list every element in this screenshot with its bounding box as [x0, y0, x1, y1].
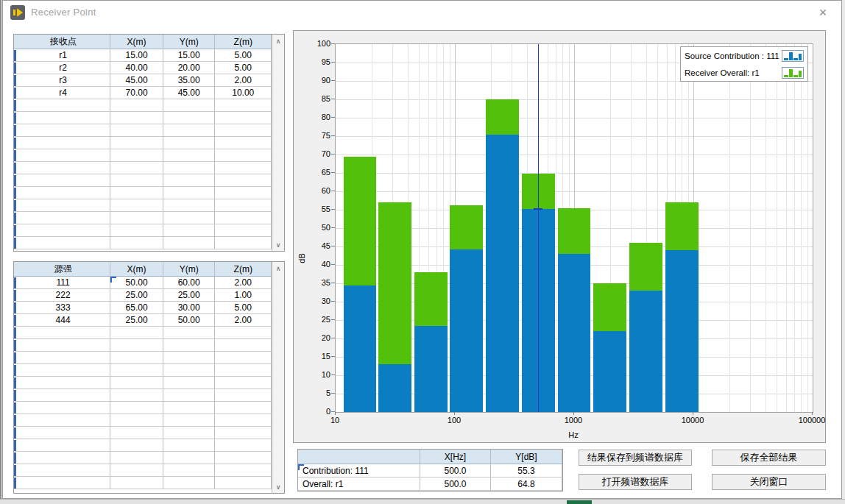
table-cell[interactable]: Overall: r1 — [298, 478, 420, 490]
table-cell[interactable] — [163, 377, 216, 388]
save-all-results-button[interactable]: 保存全部结果 — [712, 450, 826, 466]
table-cell[interactable] — [163, 464, 216, 476]
table-cell[interactable]: 64.8 — [491, 478, 562, 490]
table-cell[interactable] — [215, 389, 272, 401]
table-cell[interactable] — [110, 174, 163, 186]
table-cell[interactable] — [110, 199, 163, 211]
table-cell[interactable] — [215, 477, 272, 489]
table-cell[interactable] — [110, 414, 163, 426]
table-cell[interactable] — [215, 414, 272, 426]
table-cell[interactable] — [16, 427, 110, 439]
table-cell[interactable] — [163, 237, 216, 249]
table-cell[interactable] — [163, 427, 216, 439]
table-cell[interactable] — [215, 427, 272, 439]
table-cell[interactable] — [215, 364, 272, 376]
table-cell[interactable]: 30.00 — [163, 302, 216, 313]
table-cell[interactable]: 333 — [16, 302, 110, 313]
table-cell[interactable] — [16, 352, 110, 363]
table-cell[interactable] — [215, 112, 272, 124]
table-cell[interactable] — [163, 124, 216, 136]
table-cell[interactable] — [110, 352, 163, 363]
table-cell[interactable]: 15.00 — [110, 49, 163, 61]
table-cell[interactable] — [110, 112, 163, 124]
close-icon[interactable]: × — [812, 4, 834, 21]
table-cell[interactable] — [110, 402, 163, 414]
table-cell[interactable]: 25.00 — [163, 289, 216, 301]
scroll-up-icon[interactable]: ∧ — [272, 35, 284, 47]
table-cell[interactable] — [215, 439, 272, 451]
table-cell[interactable] — [110, 339, 163, 351]
table-cell[interactable]: 111 — [16, 277, 110, 288]
table-cell[interactable] — [16, 377, 110, 388]
table-cell[interactable] — [16, 339, 110, 351]
table-cell[interactable] — [215, 199, 272, 211]
table-cell[interactable]: 45.00 — [163, 87, 216, 99]
table-cell[interactable] — [215, 162, 272, 174]
table-cell[interactable] — [110, 237, 163, 249]
table-cell[interactable] — [110, 224, 163, 236]
table-cell[interactable]: r2 — [16, 62, 110, 74]
table-cell[interactable] — [163, 339, 216, 351]
table-cell[interactable]: 50.00 — [163, 314, 216, 326]
table-cell[interactable] — [163, 477, 216, 489]
table-cell[interactable] — [110, 124, 163, 136]
table-cell[interactable] — [163, 452, 216, 464]
table-cell[interactable] — [215, 212, 272, 224]
table-cell[interactable] — [16, 414, 110, 426]
table-cell[interactable] — [163, 439, 216, 451]
table-cell[interactable] — [16, 464, 110, 476]
table-cell[interactable] — [215, 149, 272, 161]
table-cell[interactable] — [215, 339, 272, 351]
table-cell[interactable]: 444 — [16, 314, 110, 326]
table-cell[interactable] — [16, 452, 110, 464]
table-cell[interactable] — [16, 199, 110, 211]
table-cell[interactable]: 35.00 — [163, 74, 216, 86]
table-cell[interactable] — [215, 137, 272, 149]
scroll-down-icon[interactable]: ∨ — [272, 238, 284, 251]
open-spectrum-db-button[interactable]: 打开频谱数据库 — [579, 474, 692, 490]
table-cell[interactable]: 2.00 — [215, 74, 272, 86]
table-cell[interactable] — [16, 149, 110, 161]
table-cell[interactable]: 222 — [16, 289, 110, 301]
table-cell[interactable]: 65.00 — [110, 302, 163, 313]
table-cell[interactable]: 5.00 — [215, 62, 272, 74]
table-cell[interactable] — [163, 137, 216, 149]
table-cell[interactable] — [163, 327, 216, 338]
table-cell[interactable] — [110, 327, 163, 338]
table-cell[interactable]: r3 — [16, 74, 110, 86]
table-cell[interactable] — [110, 452, 163, 464]
table-cell[interactable] — [16, 224, 110, 236]
table-cell[interactable] — [163, 199, 216, 211]
table-cell[interactable] — [110, 187, 163, 199]
table-cell[interactable]: 5.00 — [215, 302, 272, 313]
table-cell[interactable]: r1 — [16, 49, 110, 61]
table-cell[interactable] — [163, 402, 216, 414]
table-cell[interactable] — [16, 174, 110, 186]
table-cell[interactable] — [163, 224, 216, 236]
save-results-to-spectrum-db-button[interactable]: 结果保存到频谱数据库 — [579, 450, 692, 466]
table-cell[interactable] — [163, 149, 216, 161]
table-cell[interactable] — [215, 187, 272, 199]
table-cell[interactable] — [163, 174, 216, 186]
table-cell[interactable] — [163, 187, 216, 199]
table-cell[interactable] — [215, 124, 272, 136]
table-cell[interactable]: 2.00 — [215, 277, 272, 288]
table-cell[interactable] — [163, 364, 216, 376]
table-cell[interactable]: 1.00 — [215, 289, 272, 301]
table-cell[interactable] — [110, 389, 163, 401]
table-cell[interactable] — [16, 124, 110, 136]
table-cell[interactable] — [163, 162, 216, 174]
table-cell[interactable] — [163, 112, 216, 124]
table-cell[interactable] — [110, 439, 163, 451]
table-cell[interactable] — [16, 212, 110, 224]
table-cell[interactable] — [110, 364, 163, 376]
table-cell[interactable] — [16, 389, 110, 401]
table-cell[interactable] — [110, 464, 163, 476]
table-cell[interactable] — [215, 327, 272, 338]
table-cell[interactable] — [215, 377, 272, 388]
table-cell[interactable]: 50.00 — [110, 277, 163, 288]
table-cell[interactable] — [16, 327, 110, 338]
chart-plot-area[interactable] — [335, 43, 813, 413]
table-cell[interactable]: 500.0 — [420, 464, 491, 477]
table-cell[interactable] — [16, 237, 110, 249]
